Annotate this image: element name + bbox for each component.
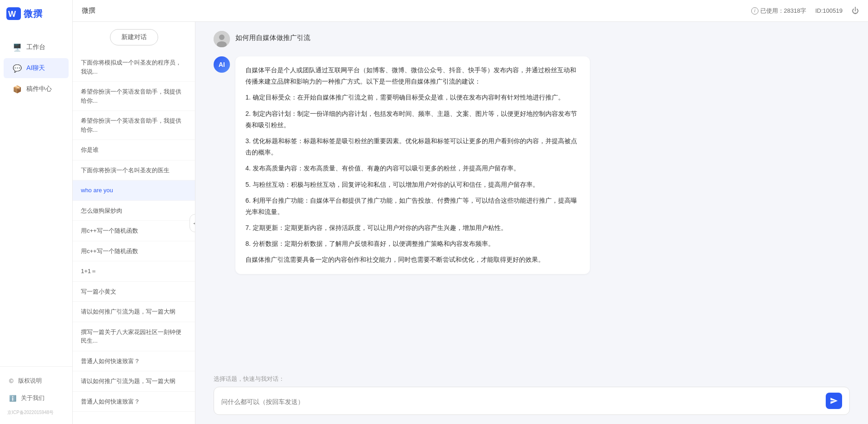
sidebar: W 微撰 🖥️ 工作台 💬 AI聊天 📦 稿件中心 © 版权说明 ℹ️ 关于我们… [0,0,73,424]
history-item-active[interactable]: who are you [73,180,195,201]
logo-text: 微撰 [24,8,43,20]
history-item[interactable]: 用c++写一个随机函数 [73,241,195,262]
user-message: 如何用自媒体做推广引流 [214,31,850,47]
header-usage: i 已使用：28318字 [751,7,806,15]
usage-icon: i [751,7,758,15]
usage-text: 已使用：28318字 [760,7,806,15]
history-item[interactable]: 写一篇小黄文 [73,282,195,302]
ai-para-6: 6. 利用平台推广功能：自媒体平台都提供了推广功能，如广告投放、付费推广等，可以… [245,195,580,218]
ai-para-9: 自媒体推广引流需要具备一定的内容创作和社交能力，同时也需要不断尝试和优化，才能取… [245,254,580,265]
sidebar-nav: 🖥️ 工作台 💬 AI聊天 📦 稿件中心 [0,27,72,366]
sidebar-item-workbench[interactable]: 🖥️ 工作台 [4,37,69,57]
ai-bubble: 自媒体平台是个人或团队通过互联网平台（如博客、微博、微信公众号、抖音、快手等）发… [235,56,590,274]
history-item[interactable]: 希望你扮演一个英语发音助手，我提供给你... [73,82,195,111]
sidebar-bottom: © 版权说明 ℹ️ 关于我们 京ICP备2022015948号 [0,366,72,424]
logo: W 微撰 [0,0,72,27]
new-chat-button[interactable]: 新建对话 [110,29,158,45]
input-box-wrapper [214,387,850,415]
ai-para-3: 3. 优化标题和标签：标题和标签是吸引粉丝的重要因素。优化标题和标签可以让更多的… [245,135,580,158]
chat-history-panel: 新建对话 下面你将模拟成一个叫圣友的程序员，我说... 希望你扮演一个英语发音助… [73,22,195,424]
history-item[interactable]: 撰写一篇关于八大家花园社区一刻钟便民生... [73,322,195,351]
sidebar-item-label: AI聊天 [26,64,45,72]
mailbox-icon: 📦 [13,85,22,94]
user-avatar [214,31,230,47]
quick-topics: 选择话题，快速与我对话： [214,375,850,383]
icp-text: 京ICP备2022015948号 [0,407,72,419]
header-title: 微撰 [82,6,95,15]
copyright-item[interactable]: © 版权说明 [0,372,72,389]
copyright-label: 版权说明 [18,377,42,385]
chat-input[interactable] [221,398,821,409]
power-icon[interactable]: ⏻ [852,7,859,15]
about-label: 关于我们 [21,394,45,402]
ai-para-7: 7. 定期更新：定期更新内容，保持活跃度，可以让用户对你的内容产生兴趣，增加用户… [245,222,580,234]
history-item[interactable]: 希望你扮演一个英语发音助手，我提供给你... [73,111,195,140]
ai-message: AI 自媒体平台是个人或团队通过互联网平台（如博客、微博、微信公众号、抖音、快手… [214,56,850,274]
ai-chat-icon: 💬 [13,64,22,73]
history-item[interactable]: 用c++写一个随机函数 [73,221,195,241]
ai-para-4: 4. 发布高质量内容：发布高质量、有价值、有趣的内容可以吸引更多的粉丝，并提高用… [245,163,580,174]
history-item[interactable]: 请以如何推广引流为题，写一篇大纲 [73,371,195,392]
send-button[interactable] [826,393,842,409]
workbench-icon: 🖥️ [13,43,22,52]
ai-para-2: 2. 制定内容计划：制定一份详细的内容计划，包括发布时间、频率、主题、文案、图片… [245,108,580,131]
header-right: i 已使用：28318字 ID:100519 ⏻ [751,7,859,15]
history-item[interactable]: 请以如何推广引流为题，写一篇大纲 [73,302,195,322]
about-icon: ℹ️ [9,395,16,402]
history-item[interactable]: 怎么做狗屎炒肉 [73,201,195,221]
history-item[interactable]: 普通人如何快速致富？ [73,351,195,372]
history-item[interactable]: 你是谁 [73,140,195,160]
history-item[interactable]: 下面你将模拟成一个叫圣友的程序员，我说... [73,53,195,82]
new-chat-button-wrapper: 新建对话 [73,22,195,53]
ai-para-8: 8. 分析数据：定期分析数据，了解用户反馈和喜好，以便调整推广策略和内容发布频率… [245,238,580,249]
collapse-panel-button[interactable]: ◀ [190,214,195,232]
user-bubble: 如何用自媒体做推广引流 [235,31,310,45]
sidebar-item-label: 稿件中心 [26,85,52,93]
sidebar-item-label: 工作台 [26,43,45,51]
header: 微撰 i 已使用：28318字 ID:100519 ⏻ [73,0,868,22]
send-icon [830,397,838,405]
about-item[interactable]: ℹ️ 关于我们 [0,389,72,407]
ai-avatar: AI [214,56,230,73]
main: 微撰 i 已使用：28318字 ID:100519 ⏻ 新建对话 下面你将模拟成… [73,0,868,424]
sidebar-item-mailbox[interactable]: 📦 稿件中心 [4,79,69,99]
ai-para-1: 1. 确定目标受众：在开始自媒体推广引流之前，需要明确目标受众是谁，以便在发布内… [245,92,580,103]
logo-icon: W [6,7,21,20]
chat-messages: 如何用自媒体做推广引流 AI 自媒体平台是个人或团队通过互联网平台（如博客、微博… [195,22,868,369]
chat-input-area: 选择话题，快速与我对话： [195,369,868,424]
copyright-icon: © [9,378,14,384]
svg-point-3 [219,35,224,40]
ai-para-0: 自媒体平台是个人或团队通过互联网平台（如博客、微博、微信公众号、抖音、快手等）发… [245,65,580,87]
history-item[interactable]: 普通人如何快速致富？ [73,392,195,412]
sidebar-item-ai-chat[interactable]: 💬 AI聊天 [4,58,69,78]
ai-para-5: 5. 与粉丝互动：积极与粉丝互动，回复评论和私信，可以增加用户对你的认可和信任，… [245,179,580,190]
chat-main: 如何用自媒体做推广引流 AI 自媒体平台是个人或团队通过互联网平台（如博客、微博… [195,22,868,424]
user-id: ID:100519 [815,7,843,14]
history-item[interactable]: 1+1＝ [73,261,195,282]
svg-text:W: W [8,10,16,19]
content-area: 新建对话 下面你将模拟成一个叫圣友的程序员，我说... 希望你扮演一个英语发音助… [73,22,868,424]
history-item[interactable]: 下面你将扮演一个名叫圣友的医生 [73,160,195,181]
